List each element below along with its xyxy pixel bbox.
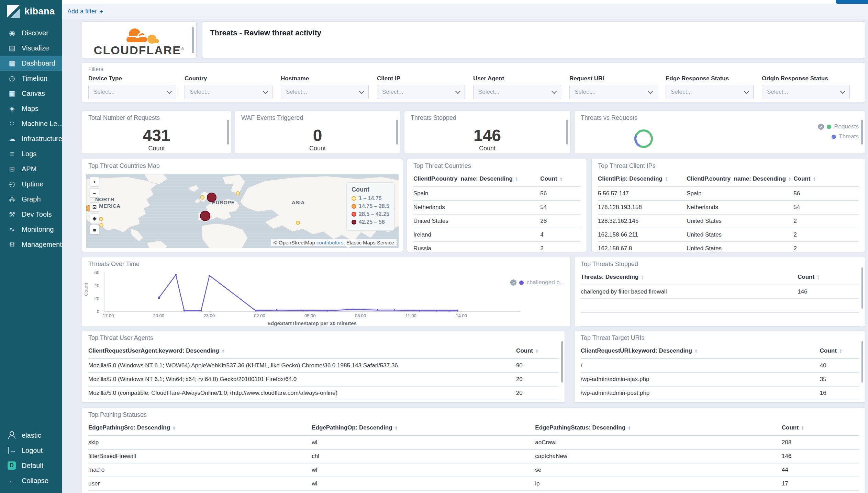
sort-icon[interactable]: ▲▼ [839, 349, 842, 354]
column-header[interactable]: EdgePathingOp: Descending▲▼ [312, 421, 535, 436]
map-data-dot[interactable] [200, 211, 210, 221]
filter-select-hostname[interactable]: Select... [281, 85, 369, 99]
kibana-logo[interactable]: kibana [0, 0, 62, 21]
sidebar-item-logs[interactable]: ≡Logs [0, 146, 62, 161]
sidebar-item-canvas[interactable]: ▣Canvas [0, 86, 62, 101]
column-header[interactable]: ClientIP.ip: Descending▲▼ [598, 172, 687, 187]
sidebar-item-visualize[interactable]: ▤Visualize [0, 41, 62, 56]
map-data-dot[interactable] [99, 217, 103, 221]
sidebar-item-logout[interactable]: →Logout [0, 443, 62, 458]
sidebar-item-dashboard[interactable]: ▦Dashboard [0, 56, 62, 71]
panel-scrollbar[interactable] [561, 341, 563, 382]
column-header[interactable]: Count▲▼ [782, 421, 859, 436]
sort-icon[interactable]: ▲▼ [801, 426, 804, 431]
panel-scrollbar[interactable] [192, 27, 194, 53]
map-rect-tool[interactable]: ■ [90, 225, 99, 234]
map-data-dot[interactable] [200, 195, 205, 200]
sidebar-item-management[interactable]: ⚙Management [0, 237, 62, 252]
select-placeholder: Select... [767, 89, 788, 95]
filter-label: Client IP [377, 75, 465, 82]
map-title: Top Threat Countries Map [82, 159, 403, 170]
sort-icon[interactable]: ▲▼ [694, 349, 698, 354]
filter-select-country[interactable]: Select... [185, 85, 272, 99]
filter-select-user-agent[interactable]: Select... [473, 85, 561, 99]
column-header[interactable]: Count▲▼ [798, 270, 859, 285]
y-tick-label: 0 [97, 309, 99, 314]
table-cell: aoCrawl [535, 436, 781, 449]
map-data-dot[interactable] [207, 193, 216, 202]
sidebar-item-timelion[interactable]: ◷Timelion [0, 71, 62, 86]
legend-toggle-icon[interactable]: > [510, 279, 516, 286]
sort-icon[interactable]: ▲▼ [394, 426, 398, 431]
sort-icon[interactable]: ▲▼ [222, 349, 225, 354]
column-header[interactable]: EdgePathingSrc: Descending▲▼ [88, 421, 312, 436]
sort-icon[interactable]: ▲▼ [535, 349, 538, 354]
sort-icon[interactable]: ▲▼ [817, 275, 820, 280]
sort-icon[interactable]: ▲▼ [173, 426, 176, 431]
map-data-dot[interactable] [99, 223, 103, 227]
sidebar-item-collapse[interactable]: ←Collapse [0, 473, 62, 488]
donut-chart[interactable] [633, 128, 654, 151]
filter-select-device-type[interactable]: Select... [88, 85, 176, 99]
map-legend: Count 1 – 14.7514.75 – 28.528.5 – 42.254… [346, 182, 394, 231]
column-header[interactable]: ClientIP.country_name: Descending▲▼ [413, 172, 540, 187]
column-header[interactable]: ClientRequestURI.keyword: Descending▲▼ [581, 344, 820, 359]
table-cell: 162.158.66.211 [598, 228, 687, 242]
column-header[interactable]: Count▲▼ [820, 344, 859, 359]
column-header[interactable]: Count▲▼ [516, 344, 558, 359]
sort-icon[interactable]: ▲▼ [559, 177, 563, 182]
map-zoom-in-button[interactable]: + [90, 177, 99, 186]
filter-select-edge-response-status[interactable]: Select... [666, 85, 754, 99]
column-header[interactable]: ClientRequestUserAgent.keyword: Descendi… [88, 344, 516, 359]
sort-icon[interactable]: ▲▼ [515, 177, 518, 182]
sort-icon[interactable]: ▲▼ [665, 177, 668, 182]
line-chart[interactable] [104, 272, 520, 312]
column-header[interactable]: ClientIP.country_name: Descending▲▼ [687, 172, 793, 187]
column-header[interactable]: Threats: Descending▲▼ [581, 270, 798, 285]
sort-icon[interactable]: ▲▼ [641, 275, 644, 280]
panel-scrollbar[interactable] [227, 120, 229, 145]
legend-toggle-icon[interactable]: > [818, 124, 824, 130]
column-header[interactable]: EdgePathingStatus: Descending▲▼ [535, 421, 781, 436]
panel-scrollbar[interactable] [861, 341, 863, 382]
query-submit-button[interactable] [836, 0, 868, 4]
filter-select-client-ip[interactable]: Select... [377, 85, 465, 99]
map-polygon-tool[interactable]: ◆ [90, 214, 99, 223]
column-header[interactable]: Count▲▼ [793, 172, 859, 187]
sort-icon[interactable]: ▲▼ [788, 177, 791, 182]
table-cell: Mozilla/5.0 (Windows NT 6.1; WOW64) Appl… [88, 359, 516, 372]
sidebar-item-elastic[interactable]: elastic [0, 428, 62, 443]
osm-contributors-link[interactable]: contributors, [316, 240, 345, 245]
world-map[interactable]: NORTHAMERICA EUROPE ASIA +− ⊡◆■ Count 1 … [86, 174, 399, 248]
panel-scrollbar[interactable] [566, 120, 568, 145]
sidebar-item-infrastructure[interactable]: ☁Infrastructure [0, 131, 62, 146]
map-data-dot[interactable] [236, 191, 240, 195]
sidebar-item-default[interactable]: DDefault [0, 458, 62, 473]
sidebar-item-graph[interactable]: ⁂Graph [0, 192, 62, 207]
map-legend-item: 28.5 – 42.25 [352, 211, 389, 217]
filter-select-origin-response-status[interactable]: Select... [762, 85, 850, 99]
table-row: macrowlse44 [88, 463, 859, 477]
compass-icon: ◉ [8, 30, 16, 36]
sidebar-item-uptime[interactable]: ◴Uptime [0, 176, 62, 192]
sidebar-item-apm[interactable]: ⊞APM [0, 161, 62, 176]
query-bar[interactable] [62, 0, 868, 4]
map-crop-tool[interactable]: ⊡ [90, 202, 99, 212]
panel-scrollbar[interactable] [861, 120, 863, 145]
sidebar-item-label: Canvas [22, 90, 45, 98]
x-axis-ticks: 17:0020:0023:0002:0005:0008:0011:0014:00 [104, 313, 520, 319]
map-data-dot[interactable] [296, 221, 300, 225]
panel-scrollbar[interactable] [861, 267, 863, 309]
sidebar-item-dev-tools[interactable]: ⚒Dev Tools [0, 207, 62, 222]
sidebar-item-maps[interactable]: ◈Maps [0, 101, 62, 116]
filter-select-request-uri[interactable]: Select... [569, 85, 657, 99]
sidebar-item-monitoring[interactable]: ∿Monitoring [0, 222, 62, 237]
sidebar-item-machine-le[interactable]: ∷Machine Le... [0, 116, 62, 131]
sidebar-item-discover[interactable]: ◉Discover [0, 25, 62, 41]
map-zoom-out-button[interactable]: − [90, 188, 99, 198]
sort-icon[interactable]: ▲▼ [813, 177, 816, 182]
column-header[interactable]: Count▲▼ [540, 172, 580, 187]
add-filter-button[interactable]: Add a filter + [67, 8, 103, 15]
panel-scrollbar[interactable] [396, 120, 398, 145]
sort-icon[interactable]: ▲▼ [628, 426, 631, 431]
